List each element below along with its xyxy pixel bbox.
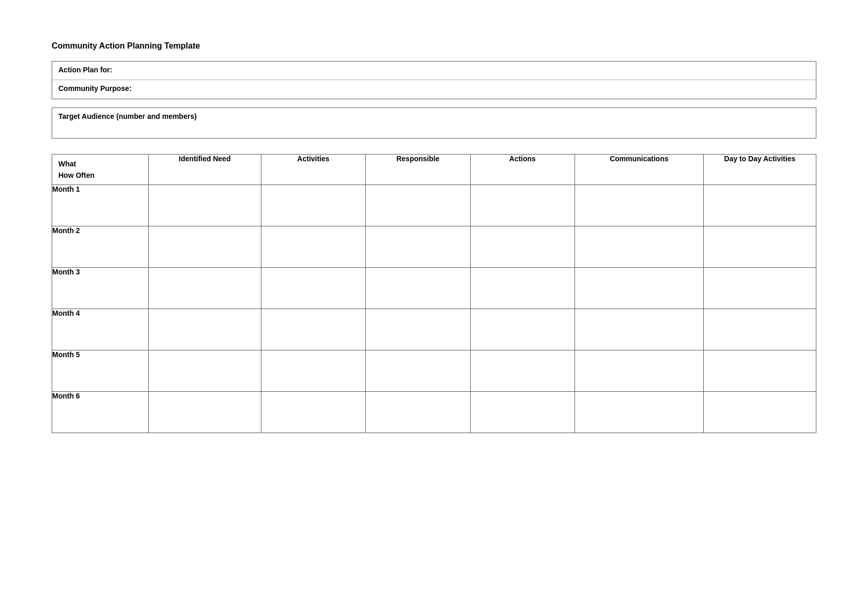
month-1-actions <box>470 185 575 226</box>
action-plan-row: Action Plan for: <box>52 62 816 80</box>
month-6-cell: Month 6 <box>52 392 149 433</box>
month-2-responsible <box>366 226 470 268</box>
month-5-cell: Month 5 <box>52 350 149 392</box>
month-3-actions <box>470 268 575 309</box>
table-row: Month 1 <box>52 185 816 226</box>
month-3-activities <box>261 268 365 309</box>
month-1-activities <box>261 185 365 226</box>
month-4-identified-need <box>148 309 261 350</box>
table-row: Month 6 <box>52 392 816 433</box>
month-2-identified-need <box>148 226 261 268</box>
month-2-day-to-day <box>704 226 816 268</box>
month-2-communications <box>575 226 703 268</box>
month-1-responsible <box>366 185 470 226</box>
month-6-responsible <box>366 392 470 433</box>
month-6-identified-need <box>148 392 261 433</box>
table-row: Month 3 <box>52 268 816 309</box>
table-row: Month 5 <box>52 350 816 392</box>
actions-header: Actions <box>470 155 575 185</box>
responsible-header: Responsible <box>366 155 470 185</box>
month-5-identified-need <box>148 350 261 392</box>
community-purpose-row: Community Purpose: <box>52 80 816 99</box>
month-5-responsible <box>366 350 470 392</box>
table-row: Month 4 <box>52 309 816 350</box>
what-label: What <box>52 155 148 168</box>
target-audience-box: Target Audience (number and members) <box>52 108 816 139</box>
day-to-day-header: Day to Day Activities <box>704 155 816 185</box>
month-4-communications <box>575 309 703 350</box>
what-header: What How Often <box>52 155 149 185</box>
month-2-actions <box>470 226 575 268</box>
activities-header: Activities <box>261 155 365 185</box>
page-title: Community Action Planning Template <box>52 41 816 51</box>
month-3-cell: Month 3 <box>52 268 149 309</box>
target-audience-label: Target Audience (number and members) <box>52 108 816 138</box>
month-6-actions <box>470 392 575 433</box>
month-3-communications <box>575 268 703 309</box>
month-5-actions <box>470 350 575 392</box>
month-3-responsible <box>366 268 470 309</box>
month-6-activities <box>261 392 365 433</box>
identified-need-header: Identified Need <box>148 155 261 185</box>
month-1-day-to-day <box>704 185 816 226</box>
month-1-communications <box>575 185 703 226</box>
how-often-label: How Often <box>52 168 148 185</box>
table-row: Month 2 <box>52 226 816 268</box>
month-4-cell: Month 4 <box>52 309 149 350</box>
month-5-activities <box>261 350 365 392</box>
month-5-day-to-day <box>704 350 816 392</box>
month-2-cell: Month 2 <box>52 226 149 268</box>
month-3-identified-need <box>148 268 261 309</box>
info-box-top: Action Plan for: Community Purpose: <box>52 61 816 99</box>
month-2-activities <box>261 226 365 268</box>
month-4-activities <box>261 309 365 350</box>
month-3-day-to-day <box>704 268 816 309</box>
month-4-day-to-day <box>704 309 816 350</box>
month-5-communications <box>575 350 703 392</box>
month-4-responsible <box>366 309 470 350</box>
month-6-day-to-day <box>704 392 816 433</box>
month-4-actions <box>470 309 575 350</box>
month-6-communications <box>575 392 703 433</box>
month-1-cell: Month 1 <box>52 185 149 226</box>
action-plan-table: What How Often Identified Need Activitie… <box>52 154 816 433</box>
communications-header: Communications <box>575 155 703 185</box>
month-1-identified-need <box>148 185 261 226</box>
